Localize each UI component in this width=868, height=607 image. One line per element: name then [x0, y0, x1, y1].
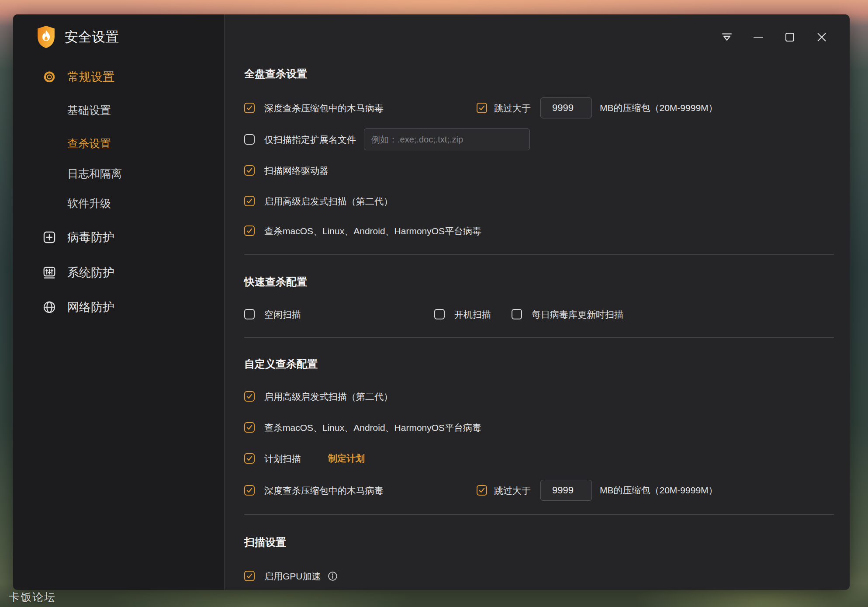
- app-title: 安全设置: [65, 28, 119, 46]
- row-label: 扫描网络驱动器: [264, 166, 329, 175]
- checkbox-row: 扫描网络驱动器: [244, 162, 832, 179]
- section-title-quick-scan: 快速查杀配置: [244, 275, 307, 289]
- row-label: 启用GPU加速: [264, 572, 321, 581]
- checkbox[interactable]: [244, 453, 255, 464]
- checkbox[interactable]: [244, 485, 255, 496]
- checkbox-row: 仅扫描指定扩展名文件: [244, 128, 832, 151]
- row-label: 深度查杀压缩包中的木马病毒: [264, 486, 384, 495]
- row-label: 空闲扫描: [264, 310, 301, 319]
- checkbox[interactable]: [244, 103, 255, 113]
- row-label: 开机扫描: [454, 310, 491, 319]
- section-title-full-scan: 全盘查杀设置: [244, 67, 307, 81]
- row-label: 仅扫描指定扩展名文件: [264, 135, 356, 144]
- sidebar-item-label: 系统防护: [67, 265, 114, 281]
- skip-label: 跳过大于: [494, 104, 531, 113]
- app-brand: 安全设置: [36, 25, 119, 49]
- checkbox[interactable]: [244, 309, 255, 319]
- sliders-icon: [42, 265, 57, 280]
- minimize-button[interactable]: [751, 30, 765, 44]
- sidebar-item-software-upgrade[interactable]: 软件升级: [13, 194, 224, 213]
- size-suffix-label: MB的压缩包（20M-9999M）: [600, 102, 718, 114]
- sidebar-item-basic-settings[interactable]: 基础设置: [13, 101, 224, 120]
- checkbox[interactable]: [244, 422, 255, 433]
- checkbox-row: 计划扫描 制定计划: [244, 450, 832, 467]
- checkbox[interactable]: [244, 196, 255, 206]
- divider: [244, 514, 834, 515]
- divider: [244, 254, 834, 255]
- sidebar-item-general-settings[interactable]: 常规设置: [13, 67, 224, 87]
- sidebar-item-label: 病毒防护: [67, 229, 114, 245]
- row-label: 深度查杀压缩包中的木马病毒: [264, 104, 384, 113]
- checkbox[interactable]: [244, 391, 255, 402]
- row-label: 启用高级启发式扫描（第二代）: [264, 392, 393, 401]
- sidebar-item-logs-quarantine[interactable]: 日志和隔离: [13, 164, 224, 183]
- sidebar-item-system-protection[interactable]: 系统防护: [13, 263, 224, 282]
- sidebar: 安全设置 常规设置 基础设置 查杀设置 日志和隔离 软件升级: [13, 14, 225, 590]
- archive-size-input[interactable]: [540, 97, 592, 118]
- security-settings-window: 安全设置 常规设置 基础设置 查杀设置 日志和隔离 软件升级: [13, 14, 850, 590]
- row-label: 启用高级启发式扫描（第二代）: [264, 197, 393, 206]
- plus-square-icon: [42, 230, 57, 245]
- sidebar-item-label: 查杀设置: [67, 136, 111, 151]
- section-title-scan-settings: 扫描设置: [244, 535, 286, 549]
- settings-content: 全盘查杀设置 深度查杀压缩包中的木马病毒 跳过大于 MB的压缩包（20M-999…: [225, 14, 850, 590]
- option-daily-update-scan: 每日病毒库更新时扫描: [512, 309, 623, 319]
- option-boot-scan: 开机扫描: [434, 309, 491, 319]
- quick-scan-options-row: 空闲扫描 开机扫描 每日病毒库更新时扫描: [244, 305, 832, 323]
- row-label: 计划扫描: [264, 454, 301, 463]
- checkbox[interactable]: [244, 165, 255, 176]
- sidebar-item-virus-protection[interactable]: 病毒防护: [13, 228, 224, 247]
- row-label: 每日病毒库更新时扫描: [532, 310, 623, 319]
- checkbox-row: 启用GPU加速: [244, 567, 832, 585]
- sidebar-item-label: 日志和隔离: [67, 166, 122, 181]
- checkbox[interactable]: [477, 103, 487, 113]
- sidebar-item-label: 基础设置: [67, 103, 111, 118]
- checkbox-row: 查杀macOS、Linux、Android、HarmonyOS平台病毒: [244, 222, 832, 239]
- watermark: 卡饭论坛: [9, 590, 56, 604]
- info-icon[interactable]: [327, 571, 338, 582]
- checkbox[interactable]: [434, 309, 445, 319]
- app-logo-icon: [36, 25, 56, 49]
- checkbox-row: 深度查杀压缩包中的木马病毒 跳过大于 MB的压缩包（20M-9999M）: [244, 99, 832, 117]
- checkbox[interactable]: [477, 485, 487, 496]
- size-suffix-label: MB的压缩包（20M-9999M）: [600, 484, 718, 496]
- row-label: 查杀macOS、Linux、Android、HarmonyOS平台病毒: [264, 226, 481, 236]
- gear-icon: [42, 69, 57, 84]
- row-label: 查杀macOS、Linux、Android、HarmonyOS平台病毒: [264, 423, 481, 432]
- checkbox[interactable]: [244, 225, 255, 236]
- checkbox[interactable]: [512, 309, 522, 319]
- sidebar-item-network-protection[interactable]: 网络防护: [13, 298, 224, 317]
- app-menu-icon[interactable]: [720, 30, 734, 44]
- sidebar-item-label: 软件升级: [67, 196, 111, 211]
- checkbox-row: 深度查杀压缩包中的木马病毒 跳过大于 MB的压缩包（20M-9999M）: [244, 482, 832, 499]
- globe-icon: [42, 300, 57, 315]
- skip-size-group: 跳过大于 MB的压缩包（20M-9999M）: [477, 480, 718, 501]
- archive-size-input[interactable]: [540, 480, 592, 501]
- make-plan-link[interactable]: 制定计划: [328, 452, 365, 465]
- checkbox-row: 查杀macOS、Linux、Android、HarmonyOS平台病毒: [244, 419, 832, 436]
- checkbox[interactable]: [244, 134, 255, 145]
- sidebar-item-scan-settings[interactable]: 查杀设置: [13, 134, 224, 153]
- checkbox-row: 启用高级启发式扫描（第二代）: [244, 388, 832, 405]
- checkbox-row: 启用高级启发式扫描（第二代）: [244, 192, 832, 210]
- option-idle-scan: 空闲扫描: [244, 309, 301, 319]
- sidebar-item-label: 网络防护: [67, 299, 114, 315]
- section-title-custom-scan: 自定义查杀配置: [244, 357, 318, 371]
- maximize-button[interactable]: [783, 30, 797, 44]
- extension-filter-input[interactable]: [364, 128, 530, 150]
- sidebar-item-label: 常规设置: [67, 69, 114, 85]
- skip-size-group: 跳过大于 MB的压缩包（20M-9999M）: [477, 97, 718, 118]
- divider: [244, 337, 834, 338]
- close-button[interactable]: [815, 30, 829, 44]
- skip-label: 跳过大于: [494, 486, 531, 495]
- checkbox[interactable]: [244, 571, 255, 581]
